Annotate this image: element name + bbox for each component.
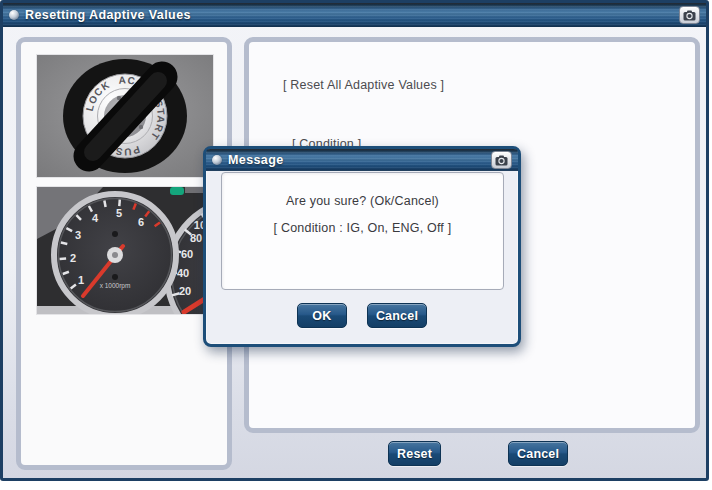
dialog-cancel-button[interactable]: Cancel [367,303,427,328]
illustration-panel: LOCK ACC START PUSH [16,37,232,470]
svg-text:20: 20 [179,285,191,297]
svg-text:80: 80 [190,232,202,244]
confirm-question: Are you sure? (Ok/Cancel) [222,194,503,208]
svg-text:5: 5 [116,207,122,219]
svg-text:6: 6 [138,216,144,228]
message-dialog: Message Are you sure? (Ok/Cancel) [ Cond… [203,146,521,347]
procedure-title: [ Reset All Adaptive Values ] [283,78,444,92]
app-window: Resetting Adaptive Values [0,0,709,481]
dialog-sphere-icon [212,155,222,165]
dialog-screen-capture-button[interactable] [491,151,512,169]
green-indicator-lamp [170,187,184,195]
ignition-switch-image: LOCK ACC START PUSH [37,55,213,177]
svg-text:3: 3 [75,229,81,241]
window-title: Resetting Adaptive Values [25,8,191,22]
svg-text:40: 40 [177,267,189,279]
svg-text:4: 4 [92,212,99,224]
camera-icon [495,155,508,166]
svg-text:60: 60 [181,248,193,260]
svg-text:1: 1 [78,274,84,286]
dialog-button-row: OK Cancel [206,303,518,328]
dialog-title: Message [228,153,284,167]
screen-capture-button[interactable] [679,6,700,24]
cancel-button[interactable]: Cancel [508,441,568,466]
tachometer: 1 2 3 4 5 6 x 1000rpm [54,194,176,314]
dialog-message-area: Are you sure? (Ok/Cancel) [ Condition : … [221,172,504,290]
app-sphere-icon [9,10,19,20]
window-titlebar[interactable]: Resetting Adaptive Values [3,3,706,27]
tach-unit-label: x 1000rpm [100,282,131,290]
reset-button[interactable]: Reset [388,441,441,466]
ok-button[interactable]: OK [297,303,347,328]
instrument-cluster-image: 20 40 60 80 100 [37,187,213,314]
condition-detail: [ Condition : IG, On, ENG, Off ] [222,221,503,235]
dialog-titlebar[interactable]: Message [206,149,518,171]
camera-icon [683,10,696,21]
svg-text:2: 2 [70,252,76,264]
